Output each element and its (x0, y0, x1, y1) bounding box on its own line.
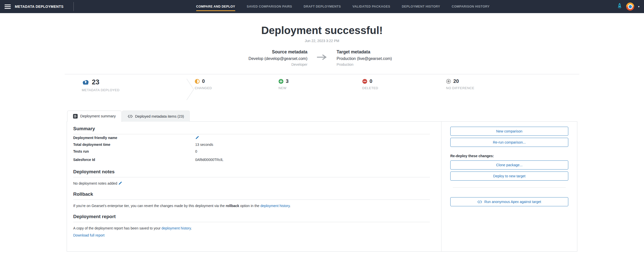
chevron-separator-icon (186, 78, 195, 100)
nav-tab-saved-comparison-pairs[interactable]: SAVED COMPARISON PAIRS (247, 0, 292, 13)
deployment-notes-heading: Deployment notes (73, 169, 430, 177)
app-title: METADATA DEPLOYMENTS (15, 5, 63, 9)
source-org-type: Developer (199, 62, 307, 66)
no-difference-icon (446, 79, 451, 84)
row-label: Deployment friendly name (73, 136, 195, 140)
stat-metadata-deployed: 23 METADATA DEPLOYED (64, 78, 186, 92)
row-label: Total deployment time (73, 143, 195, 147)
account-caret-down-icon[interactable]: ▾ (638, 5, 639, 8)
redeploy-label: Re-deploy these changes: (450, 154, 568, 158)
row-deployment-friendly-name: Deployment friendly name (73, 134, 430, 141)
stat-deployed-value: 23 (92, 78, 99, 86)
summary-heading: Summary (73, 126, 430, 134)
nav-tab-deployment-history[interactable]: DEPLOYMENT HISTORY (402, 0, 440, 13)
hamburger-menu-icon[interactable] (5, 5, 11, 9)
new-comparison-button[interactable]: New comparison (450, 127, 568, 136)
gearset-logo-icon[interactable] (626, 3, 634, 11)
stat-changed: 0 CHANGED (195, 78, 278, 90)
deployment-report-text: A copy of the deployment report has been… (73, 226, 430, 230)
row-value: 0 (195, 149, 197, 153)
stat-new: 3 NEW (278, 78, 362, 90)
actions-panel: New comparison Re-run comparison... Re-d… (441, 122, 577, 251)
rocket-icon[interactable] (617, 3, 622, 10)
row-value: 13 seconds (195, 143, 213, 147)
edit-friendly-name-pencil-icon[interactable] (195, 136, 199, 140)
stat-deleted-value: 0 (370, 78, 372, 84)
target-metadata-heading: Target metadata (337, 49, 445, 55)
stat-deployed-label: METADATA DEPLOYED (82, 88, 186, 92)
stat-new-label: NEW (278, 86, 362, 90)
stat-no-difference-label: NO DIFFERENCE (446, 86, 530, 90)
deployment-notes-empty: No deployment notes added (73, 181, 430, 185)
stats-divider (65, 74, 579, 74)
run-anonymous-apex-button[interactable]: Run anonymous Apex against target (450, 197, 568, 206)
summary-doc-icon (73, 114, 78, 119)
stat-no-difference-value: 20 (453, 78, 459, 84)
changed-icon (195, 79, 200, 84)
stat-changed-label: CHANGED (195, 86, 278, 90)
report-deployment-history-link[interactable]: deployment history (162, 226, 191, 230)
row-total-deployment-time: Total deployment time 13 seconds (73, 141, 430, 148)
rerun-comparison-button[interactable]: Re-run comparison... (450, 138, 568, 147)
deleted-icon (362, 79, 367, 84)
source-target-flow: Source metadata Develop (develop@gearset… (0, 49, 644, 66)
rollback-text: If you're on Gearset's enterprise tier, … (73, 204, 430, 208)
page-title: Deployment successful! (0, 24, 644, 37)
clone-package-button[interactable]: Clone package... (450, 160, 568, 170)
target-org-type: Production (337, 62, 445, 66)
row-label: Tests run (73, 149, 195, 153)
nav-tab-comparison-history[interactable]: COMPARISON HISTORY (452, 0, 490, 13)
nav-tab-validated-packages[interactable]: VALIDATED PACKAGES (352, 0, 390, 13)
stat-deleted: 0 DELETED (362, 78, 446, 90)
tab-deployed-metadata-items-label: Deployed metadata items (23) (135, 114, 184, 118)
rollback-deployment-history-link[interactable]: deployment history (260, 204, 290, 208)
actions-divider (453, 187, 566, 188)
stat-new-value: 3 (286, 78, 289, 84)
new-icon (278, 79, 284, 84)
code-icon (128, 115, 133, 118)
target-org: Production (live@gearset.com) (337, 56, 445, 61)
row-salesforce-id: Salesforce Id 0Af8d00000TRclL (73, 156, 430, 163)
stat-deleted-label: DELETED (362, 86, 446, 90)
row-tests-run: Tests run 0 (73, 148, 430, 155)
rollback-bold-word: rollback (226, 204, 239, 208)
deployment-summary-card: Summary Deployment friendly name Total d… (67, 121, 577, 252)
nav-tabs: COMPARE AND DEPLOY SAVED COMPARISON PAIR… (74, 0, 612, 13)
deploy-to-new-target-button[interactable]: Deploy to new target (450, 172, 568, 181)
stat-no-difference: 20 NO DIFFERENCE (446, 78, 530, 90)
rollback-heading: Rollback (73, 191, 430, 200)
nav-tab-draft-deployments[interactable]: DRAFT DEPLOYMENTS (304, 0, 341, 13)
row-label: Salesforce Id (73, 158, 195, 162)
top-nav: METADATA DEPLOYMENTS COMPARE AND DEPLOY … (0, 0, 644, 13)
tab-deployed-metadata-items[interactable]: Deployed metadata items (23) (122, 111, 190, 122)
deployment-timestamp: Jun 22, 2023 3:22 PM (0, 39, 644, 43)
tab-deployment-summary-label: Deployment summary (80, 114, 116, 118)
tab-deployment-summary[interactable]: Deployment summary (67, 111, 122, 122)
cloud-upload-icon (82, 79, 90, 85)
source-org: Develop (develop@gearset.com) (199, 56, 307, 61)
source-metadata-heading: Source metadata (199, 49, 307, 55)
deployment-report-heading: Deployment report (73, 214, 430, 222)
arrow-right-icon (316, 54, 328, 60)
deployment-stats: 23 METADATA DEPLOYED 0 CHANGED 3 NEW (64, 78, 644, 101)
detail-tabs: Deployment summary Deployed metadata ite… (67, 111, 644, 122)
download-full-report-link[interactable]: Download full report (73, 233, 105, 237)
edit-notes-pencil-icon[interactable] (118, 181, 122, 185)
nav-tab-compare-and-deploy[interactable]: COMPARE AND DEPLOY (196, 0, 235, 13)
code-icon (477, 200, 482, 204)
stat-changed-value: 0 (202, 78, 205, 84)
row-value: 0Af8d00000TRclL (195, 158, 223, 162)
